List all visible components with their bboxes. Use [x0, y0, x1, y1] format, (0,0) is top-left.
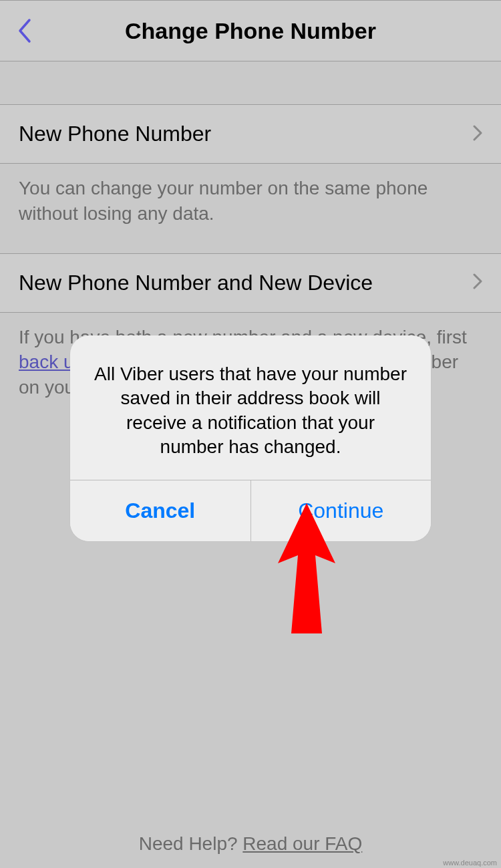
screen: Change Phone Number New Phone Number You…: [0, 0, 501, 868]
alert-body: All Viber users that have your number sa…: [70, 335, 431, 480]
arrow-annotation-icon: [277, 503, 337, 633]
alert-message: All Viber users that have your number sa…: [93, 362, 408, 460]
cancel-button[interactable]: Cancel: [70, 480, 251, 541]
modal-overlay: All Viber users that have your number sa…: [0, 0, 501, 868]
alert-button-row: Cancel Continue: [70, 480, 431, 541]
svg-marker-0: [278, 503, 335, 633]
alert-dialog: All Viber users that have your number sa…: [70, 335, 431, 541]
